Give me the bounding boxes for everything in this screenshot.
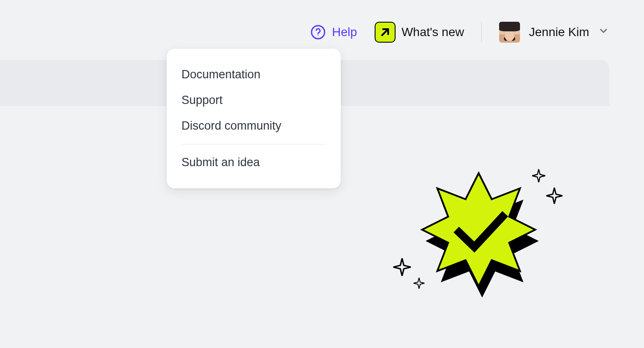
help-menu-submit-idea[interactable]: Submit an idea <box>167 150 341 175</box>
help-menu-documentation[interactable]: Documentation <box>167 62 341 87</box>
dropdown-divider <box>181 144 326 144</box>
svg-point-0 <box>312 26 325 39</box>
sparkle-icon <box>413 277 426 291</box>
sparkle-icon <box>392 257 413 279</box>
help-circle-icon <box>310 24 326 40</box>
svg-line-2 <box>382 29 388 35</box>
chevron-down-icon <box>598 25 609 40</box>
topbar-separator <box>481 22 482 42</box>
whats-new-label: What's new <box>402 25 464 39</box>
success-starburst-graphic <box>387 165 561 304</box>
svg-marker-4 <box>422 173 535 286</box>
help-dropdown: Documentation Support Discord community … <box>167 49 341 188</box>
help-button[interactable]: Help <box>310 24 357 40</box>
arrow-up-right-icon <box>375 22 396 43</box>
whats-new-button[interactable]: What's new <box>375 22 464 43</box>
user-menu-button[interactable]: Jennie Kim <box>499 22 609 43</box>
user-name: Jennie Kim <box>529 25 589 39</box>
sparkle-icon <box>545 186 564 207</box>
help-menu-discord[interactable]: Discord community <box>167 113 341 139</box>
svg-point-1 <box>318 35 319 36</box>
help-menu-support[interactable]: Support <box>167 87 341 113</box>
avatar <box>499 22 520 43</box>
help-label: Help <box>332 25 357 39</box>
sparkle-icon <box>531 168 547 185</box>
